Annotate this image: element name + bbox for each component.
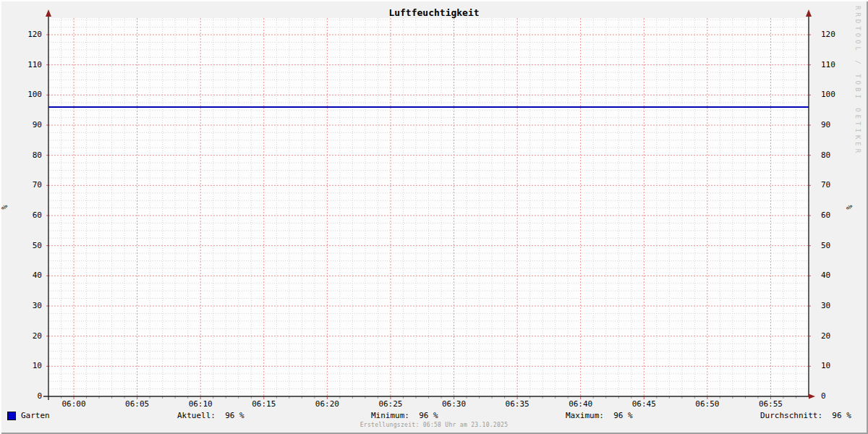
x-tick-label: 06:50: [692, 400, 723, 409]
y-tick-label-left: 60: [19, 211, 42, 220]
x-tick-label: 06:15: [248, 400, 280, 409]
y-tick-label-right: 110: [821, 61, 844, 69]
stat-aktuell: Aktuell: 96 %: [177, 411, 244, 420]
legend-series-label: Garten: [21, 411, 50, 420]
y-tick-label-left: 100: [19, 90, 42, 99]
creation-timestamp: Erstellungszeit: 06:58 Uhr am 23.10.2025: [0, 422, 868, 428]
y-tick-label-right: 90: [821, 121, 844, 129]
rrd-graph: Luftfeuchtigkeit RRDTOOL / TOBI OETIKER …: [0, 0, 868, 434]
y-tick-label-right: 100: [821, 90, 844, 99]
x-tick-label: 06:20: [311, 400, 343, 409]
y-tick-label-right: 50: [821, 242, 844, 250]
y-tick-label-right: 120: [821, 30, 844, 39]
y-tick-label-left: 20: [19, 332, 42, 341]
x-tick-label: 06:30: [438, 400, 470, 409]
y-tick-label-right: 20: [821, 332, 844, 341]
y-tick-label-right: 80: [821, 151, 844, 160]
x-tick-label: 06:45: [628, 400, 660, 409]
plot-area: [0, 0, 868, 434]
rrdtool-watermark: RRDTOOL / TOBI OETIKER: [854, 6, 861, 156]
page-title: Luftfeuchtigkeit: [0, 7, 868, 18]
y-tick-label-left: 10: [19, 362, 42, 370]
x-tick-label: 06:10: [184, 400, 216, 409]
y-tick-label-right: 40: [821, 271, 844, 280]
y-tick-label-left: 40: [19, 271, 42, 280]
y-tick-label-left: 120: [19, 30, 42, 39]
y-tick-label-left: 0: [19, 392, 42, 401]
y-tick-label-left: 70: [19, 181, 42, 190]
y-tick-label-left: 90: [19, 121, 42, 129]
y-tick-label-left: 110: [19, 61, 42, 69]
legend-swatch-garten: [7, 412, 16, 420]
y-tick-label-right: 10: [821, 362, 844, 370]
stat-minimum: Minimum: 96 %: [371, 411, 438, 420]
x-tick-label: 06:05: [122, 400, 153, 409]
y-tick-label-left: 80: [19, 151, 42, 160]
stat-maximum: Maximum: 96 %: [566, 411, 633, 420]
y-tick-label-left: 30: [19, 302, 42, 310]
y-axis-unit-left: %: [1, 205, 9, 209]
x-tick-label: 06:00: [58, 400, 90, 409]
y-tick-label-left: 50: [19, 242, 42, 250]
y-axis-unit-right: %: [846, 205, 854, 209]
x-tick-label: 06:40: [565, 400, 597, 409]
y-tick-label-right: 70: [821, 181, 844, 190]
y-tick-label-right: 30: [821, 302, 844, 310]
y-tick-label-right: 60: [821, 211, 844, 220]
x-tick-label: 06:55: [754, 400, 786, 409]
y-tick-label-right: 0: [821, 392, 844, 401]
x-tick-label: 06:25: [375, 400, 407, 409]
x-tick-label: 06:35: [501, 400, 533, 409]
stat-durchschnitt: Durchschnitt: 96 %: [760, 411, 851, 420]
